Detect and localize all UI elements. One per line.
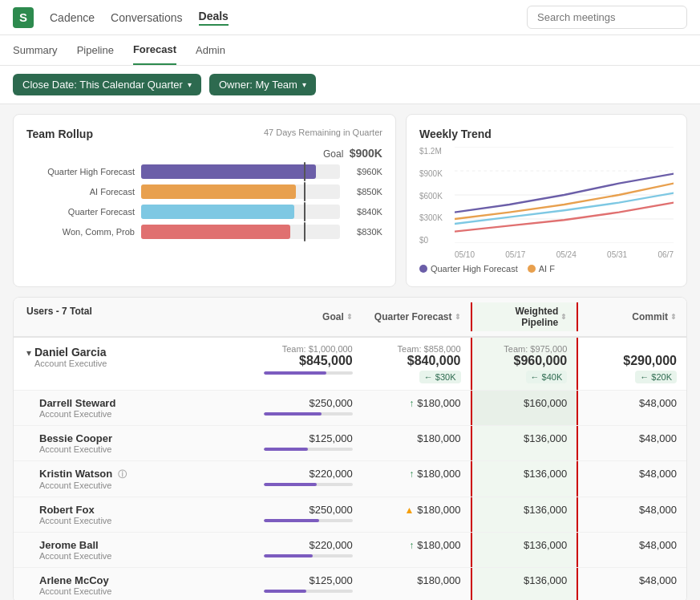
nav-deals[interactable]: Deals bbox=[199, 10, 229, 26]
y-label-4: $300K bbox=[419, 213, 453, 222]
expand-button[interactable]: ▾ bbox=[26, 347, 31, 359]
commit-robert: $48,000 bbox=[639, 504, 677, 516]
user-role-arlene: Account Executive bbox=[39, 586, 241, 596]
up-arrow-jerome: ↑ bbox=[409, 540, 414, 551]
logo: S bbox=[13, 7, 34, 28]
qf-darrell: $180,000 bbox=[417, 397, 460, 409]
goal-kristin: $220,000 bbox=[264, 468, 353, 480]
col-header-qforecast[interactable]: Quarter Forecast⇕ bbox=[362, 302, 471, 331]
goal-robert: $250,000 bbox=[264, 504, 353, 516]
goal-jerome: $220,000 bbox=[264, 539, 353, 551]
wp-jerome: $136,000 bbox=[524, 539, 567, 551]
tab-pipeline[interactable]: Pipeline bbox=[77, 36, 114, 64]
wp-kristin: $136,000 bbox=[524, 468, 567, 480]
user-role-bessie: Account Executive bbox=[39, 444, 241, 454]
legend-label-qhf: Quarter High Forecast bbox=[431, 264, 518, 274]
bar-label-ai: AI Forecast bbox=[26, 187, 135, 197]
legend-dot-ai bbox=[528, 265, 536, 273]
qf-robert: $180,000 bbox=[417, 504, 460, 516]
bar-label-wcp: Won, Comm, Prob bbox=[26, 227, 135, 237]
goal-value-daniel: $845,000 bbox=[264, 354, 353, 368]
table-row: Jerome Ball Account Executive $220,000 ↑… bbox=[14, 533, 686, 568]
warn-icon-robert: ▲ bbox=[404, 505, 414, 516]
date-filter-button[interactable]: Close Date: This Calendar Quarter ▾ bbox=[13, 74, 201, 95]
y-label-5: $0 bbox=[419, 236, 453, 245]
bar-label-qf: Quarter Forecast bbox=[26, 207, 135, 217]
bar-value-wcp: $830K bbox=[346, 227, 382, 237]
commit-darrell: $48,000 bbox=[639, 397, 677, 409]
x-label-2: 05/17 bbox=[505, 250, 525, 259]
bar-value-ai: $850K bbox=[346, 187, 382, 197]
chevron-down-icon: ▾ bbox=[188, 80, 192, 89]
table-row: Bessie Cooper Account Executive $125,000… bbox=[14, 426, 686, 461]
commit-kristin: $48,000 bbox=[639, 468, 677, 480]
qf-delta-daniel: ← $30K bbox=[419, 371, 461, 383]
weekly-trend-title: Weekly Trend bbox=[419, 128, 674, 140]
sort-icon-wp: ⇕ bbox=[560, 313, 567, 321]
wp-bessie: $136,000 bbox=[524, 432, 567, 444]
user-name-kristin: Kristin Watson ⓘ bbox=[39, 468, 241, 480]
qf-kristin: $180,000 bbox=[417, 468, 460, 480]
sort-icon-qf: ⇕ bbox=[455, 313, 461, 321]
nav-conversations[interactable]: Conversations bbox=[111, 11, 183, 24]
goal-darrell: $250,000 bbox=[264, 397, 353, 409]
up-arrow-darrell: ↑ bbox=[409, 398, 414, 409]
user-name-daniel: Daniel Garcia bbox=[34, 346, 107, 359]
col-header-goal[interactable]: Goal⇕ bbox=[254, 302, 362, 331]
x-label-4: 05/31 bbox=[607, 250, 627, 259]
user-role-kristin: Account Executive bbox=[39, 480, 241, 490]
up-arrow-kristin: ↑ bbox=[409, 468, 414, 480]
y-label-3: $600K bbox=[419, 192, 453, 201]
filter-owner-label: Owner: My Team bbox=[219, 79, 297, 91]
user-name-robert: Robert Fox bbox=[39, 504, 241, 516]
qf-bessie: $180,000 bbox=[417, 432, 460, 444]
user-name-jerome: Jerome Ball bbox=[39, 539, 241, 551]
qf-value-daniel: $840,000 bbox=[372, 354, 461, 368]
table-row: Darrell Steward Account Executive $250,0… bbox=[14, 391, 686, 426]
search-input[interactable] bbox=[527, 6, 687, 29]
commit-delta-daniel: ← $20K bbox=[635, 371, 677, 383]
goal-text: Goal bbox=[323, 148, 343, 160]
sort-icon-commit: ⇕ bbox=[670, 313, 677, 321]
wp-robert: $136,000 bbox=[524, 504, 567, 516]
user-role-robert: Account Executive bbox=[39, 516, 241, 525]
info-icon-kristin: ⓘ bbox=[118, 469, 127, 479]
wp-value-daniel: $960,000 bbox=[482, 354, 568, 368]
legend-label-ai: AI F bbox=[539, 264, 555, 274]
qf-jerome: $180,000 bbox=[417, 539, 460, 551]
col-header-commit[interactable]: Commit⇕ bbox=[578, 302, 686, 331]
team-goal-label: Team: $1,000,000 bbox=[264, 344, 353, 354]
goal-bessie: $125,000 bbox=[264, 432, 353, 444]
y-label-2: $900K bbox=[419, 169, 453, 178]
table-row: Robert Fox Account Executive $250,000 ▲ … bbox=[14, 497, 686, 533]
user-role-jerome: Account Executive bbox=[39, 551, 241, 561]
table-row: Kristin Watson ⓘ Account Executive $220,… bbox=[14, 461, 686, 497]
user-role-daniel: Account Executive bbox=[34, 359, 107, 368]
days-remaining: 47 Days Remaining in Quarter bbox=[264, 128, 382, 137]
x-label-5: 06/7 bbox=[658, 250, 673, 259]
wp-darrell: $160,000 bbox=[524, 397, 567, 409]
commit-arlene: $48,000 bbox=[639, 574, 677, 586]
team-wp-label: Team: $975,000 bbox=[482, 344, 568, 354]
commit-jerome: $48,000 bbox=[639, 539, 677, 551]
col-header-wpipeline[interactable]: Weighted Pipeline⇕ bbox=[471, 302, 579, 331]
goal-arlene: $125,000 bbox=[264, 574, 353, 586]
user-name-darrell: Darrell Steward bbox=[39, 397, 241, 409]
tab-summary[interactable]: Summary bbox=[13, 36, 58, 64]
tab-admin[interactable]: Admin bbox=[196, 36, 225, 64]
nav-cadence[interactable]: Cadence bbox=[50, 11, 95, 24]
user-role-darrell: Account Executive bbox=[39, 409, 241, 419]
tab-forecast[interactable]: Forecast bbox=[133, 35, 176, 65]
commit-bessie: $48,000 bbox=[639, 432, 677, 444]
user-name-arlene: Arlene McCoy bbox=[39, 574, 241, 586]
sort-icon-goal: ⇕ bbox=[346, 313, 353, 321]
team-rollup-title: Team Rollup bbox=[26, 128, 93, 140]
bar-label-qhf: Quarter High Forecast bbox=[26, 167, 135, 176]
owner-filter-button[interactable]: Owner: My Team ▾ bbox=[209, 74, 316, 95]
chevron-down-icon-2: ▾ bbox=[302, 80, 306, 89]
y-label-1: $1.2M bbox=[419, 147, 453, 156]
qf-arlene: $180,000 bbox=[417, 574, 460, 586]
table-row: Arlene McCoy Account Executive $125,000 … bbox=[14, 568, 686, 600]
wp-arlene: $136,000 bbox=[524, 574, 567, 586]
bar-value-qf: $840K bbox=[346, 207, 382, 217]
